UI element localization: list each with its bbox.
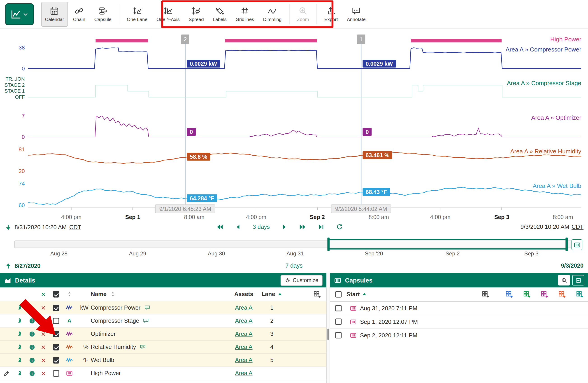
info-icon[interactable]	[28, 370, 35, 377]
asset-swap-icon[interactable]	[16, 357, 23, 364]
toolbar-one-y-axis-button[interactable]: One Y-Axis	[153, 1, 184, 26]
asset-swap-icon[interactable]	[16, 330, 23, 338]
timeline-selection[interactable]	[328, 239, 567, 250]
capsules-collapse-button[interactable]	[572, 275, 584, 286]
row-checkbox[interactable]	[53, 304, 59, 311]
details-row[interactable]: ACompressor StageArea A2	[0, 314, 326, 327]
toolbar-annotate-button[interactable]: Annotate	[343, 1, 369, 26]
asset-link[interactable]: Area A	[235, 344, 252, 350]
column-start-header[interactable]: Start	[346, 291, 360, 298]
auto-update-button[interactable]	[336, 223, 343, 231]
asset-link[interactable]: Area A	[235, 331, 252, 337]
remove-all-icon[interactable]	[41, 291, 46, 297]
details-row[interactable]: %Relative HumidityArea A4	[0, 341, 326, 354]
series-optimizer[interactable]	[28, 116, 581, 137]
toolbar-capsule-button[interactable]: Capsule	[90, 1, 115, 26]
series-wet-bulb[interactable]	[28, 187, 581, 204]
series-compressor-power[interactable]	[28, 48, 581, 68]
annotation-bubble-icon[interactable]	[143, 318, 149, 324]
range-end-label[interactable]: 9/3/2020 10:20 AM	[521, 224, 569, 230]
details-row[interactable]: °FWet BulbArea A5	[0, 354, 326, 367]
asset-swap-icon[interactable]	[16, 343, 23, 351]
remove-icon[interactable]	[41, 344, 46, 350]
capsule-row[interactable]: Sep 1, 2020 12:07 PM	[330, 315, 588, 329]
capsule-row[interactable]: Sep 2, 2020 12:11 PM	[330, 329, 588, 342]
capsule-checkbox[interactable]	[335, 305, 341, 311]
chart-canvas[interactable]	[0, 30, 588, 218]
toolbar-export-button[interactable]: Export	[320, 1, 341, 26]
sort-name-icon[interactable]	[110, 291, 116, 297]
capsules-zoom-button[interactable]	[558, 275, 570, 286]
pan-left-button[interactable]	[234, 223, 242, 231]
item-name[interactable]: Optimizer	[91, 331, 116, 337]
stat-column-icon[interactable]	[558, 290, 566, 298]
asset-link[interactable]: Area A	[235, 318, 252, 324]
toolbar-calendar-button[interactable]: Calendar	[41, 1, 68, 26]
item-name[interactable]: High Power	[91, 370, 121, 377]
details-row[interactable]: kWCompressor PowerArea A1	[0, 301, 326, 314]
remove-icon[interactable]	[41, 357, 46, 363]
row-checkbox[interactable]	[53, 370, 59, 376]
investigate-duration-label[interactable]: 7 days	[0, 262, 588, 269]
info-icon[interactable]	[28, 317, 35, 324]
row-checkbox[interactable]	[53, 357, 59, 363]
series-compressor-stage[interactable]	[28, 85, 581, 97]
toolbar-one-lane-button[interactable]: One Lane	[123, 1, 151, 26]
asset-link[interactable]: Area A	[235, 370, 252, 377]
pan-right-button[interactable]	[280, 223, 288, 231]
capsule-bar[interactable]	[411, 39, 502, 43]
asset-swap-icon[interactable]	[16, 304, 23, 311]
capsule-row[interactable]: Aug 31, 2020 7:11 PM	[330, 302, 588, 315]
view-selector-button[interactable]	[5, 3, 34, 25]
go-to-now-button[interactable]	[317, 223, 325, 231]
details-row[interactable]: High PowerArea A	[0, 367, 326, 380]
info-icon[interactable]	[28, 357, 35, 364]
asset-link[interactable]: Area A	[235, 357, 252, 363]
item-name[interactable]: Relative Humidity	[91, 344, 136, 350]
item-name[interactable]: Compressor Stage	[91, 318, 139, 324]
asset-swap-icon[interactable]	[16, 370, 23, 377]
annotation-bubble-icon[interactable]	[144, 304, 150, 311]
stat-column-icon[interactable]	[523, 290, 531, 298]
remove-icon[interactable]	[41, 331, 46, 337]
capsule-checkbox[interactable]	[335, 332, 341, 338]
divider-grip[interactable]	[327, 329, 329, 340]
remove-icon[interactable]	[41, 318, 46, 324]
investigate-end-label[interactable]: 9/3/2020	[561, 262, 584, 269]
edit-icon[interactable]	[3, 370, 10, 377]
pan-far-left-button[interactable]	[216, 223, 224, 231]
investigate-down-icon[interactable]	[4, 224, 12, 231]
capsules-select-all-checkbox[interactable]	[335, 291, 341, 298]
column-name-header[interactable]: Name	[91, 291, 106, 298]
capsule-bar[interactable]	[95, 39, 148, 43]
details-row[interactable]: OptimizerArea A3	[0, 327, 326, 340]
duration-button[interactable]: 3 days	[252, 224, 270, 230]
timezone-link-end[interactable]: CDT	[571, 224, 584, 230]
toolbar-gridlines-button[interactable]: Gridlines	[232, 1, 258, 26]
row-checkbox[interactable]	[53, 318, 59, 324]
sort-icon[interactable]	[66, 291, 72, 297]
info-icon[interactable]	[28, 343, 35, 351]
remove-icon[interactable]	[41, 371, 46, 376]
info-icon[interactable]	[28, 330, 35, 338]
pan-far-right-button[interactable]	[299, 223, 307, 231]
capsule-time-button[interactable]	[571, 239, 582, 250]
customize-button[interactable]: Customize	[280, 275, 323, 286]
toolbar-chain-button[interactable]: Chain	[69, 1, 89, 26]
capsule-checkbox[interactable]	[335, 319, 341, 325]
stat-column-icon[interactable]	[505, 290, 513, 298]
add-column-icon[interactable]	[313, 290, 321, 298]
series-relative-humidity[interactable]	[28, 152, 581, 164]
row-checkbox[interactable]	[53, 331, 59, 337]
stat-column-icon[interactable]	[540, 290, 548, 298]
toolbar-dimming-button[interactable]: Dimming	[259, 1, 285, 26]
item-name[interactable]: Wet Bulb	[91, 357, 114, 363]
row-checkbox[interactable]	[53, 344, 59, 350]
asset-link[interactable]: Area A	[235, 304, 252, 311]
remove-icon[interactable]	[41, 305, 46, 311]
item-name[interactable]: Compressor Power	[91, 304, 140, 311]
toolbar-labels-button[interactable]: Labels	[209, 1, 230, 26]
capsule-bar[interactable]	[225, 39, 317, 43]
select-all-checkbox[interactable]	[53, 291, 59, 297]
range-start-label[interactable]: 8/31/2020 10:20 AM	[15, 224, 67, 231]
